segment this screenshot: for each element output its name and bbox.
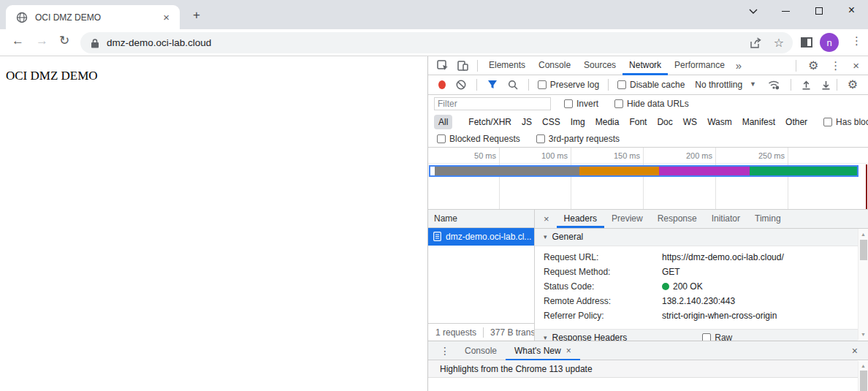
side-panel-icon[interactable] bbox=[801, 37, 812, 48]
scroll-up-icon[interactable]: ▲ bbox=[859, 363, 868, 368]
browser-tab[interactable]: OCI DMZ DEMO × bbox=[6, 5, 180, 29]
timeline-gridline bbox=[643, 148, 644, 209]
tab-network[interactable]: Network bbox=[623, 56, 668, 75]
type-filter-font[interactable]: Font bbox=[625, 115, 651, 129]
forward-icon[interactable]: → bbox=[36, 34, 48, 47]
type-filter-other[interactable]: Other bbox=[781, 115, 812, 129]
third-party-requests-checkbox[interactable]: 3rd-party requests bbox=[533, 134, 623, 144]
tab-elements[interactable]: Elements bbox=[482, 56, 532, 75]
drawer-scrollbar[interactable]: ▲ bbox=[858, 361, 868, 391]
back-icon[interactable]: ← bbox=[12, 34, 24, 47]
drawer-tab-close-icon[interactable]: × bbox=[566, 346, 571, 355]
scroll-down-icon[interactable]: ▼ bbox=[859, 332, 868, 337]
type-filter-all[interactable]: All bbox=[434, 115, 452, 129]
details-scrollbar[interactable]: ▲ ▼ bbox=[858, 229, 868, 341]
avatar[interactable]: n bbox=[820, 33, 839, 52]
network-filter-row: Invert Hide data URLs bbox=[428, 95, 868, 113]
device-toolbar-icon[interactable] bbox=[453, 61, 473, 71]
export-har-icon[interactable] bbox=[817, 80, 835, 90]
browser-menu-icon[interactable]: ⋮ bbox=[851, 35, 862, 46]
tab-close-icon[interactable]: × bbox=[160, 12, 172, 23]
devtools-menu-icon[interactable]: ⋮ bbox=[826, 60, 845, 71]
timeline-gridline bbox=[715, 148, 716, 209]
resource-type-filters: All Fetch/XHR JS CSS Img Media Font Doc … bbox=[428, 113, 868, 132]
import-har-icon[interactable] bbox=[797, 80, 815, 90]
share-icon[interactable] bbox=[750, 37, 762, 49]
drawer-tab-console[interactable]: Console bbox=[456, 341, 506, 360]
filter-input[interactable] bbox=[434, 97, 551, 110]
disable-cache-checkbox[interactable]: Disable cache bbox=[614, 80, 688, 90]
search-icon[interactable] bbox=[503, 80, 522, 90]
record-icon[interactable] bbox=[438, 80, 446, 89]
bookmark-star-icon[interactable]: ☆ bbox=[774, 37, 784, 49]
raw-checkbox[interactable]: Raw bbox=[702, 333, 732, 341]
window-close-button[interactable]: × bbox=[835, 4, 868, 16]
lock-icon bbox=[91, 38, 99, 48]
tab-performance[interactable]: Performance bbox=[668, 56, 731, 75]
filter-funnel-icon[interactable] bbox=[483, 80, 502, 89]
network-toolbar: Preserve log Disable cache No throttling… bbox=[428, 75, 868, 95]
headers-panel: ▾ General Request URL: https://dmz-demo.… bbox=[535, 229, 858, 341]
url-text[interactable]: dmz-demo.oci-lab.cloud bbox=[107, 37, 750, 48]
network-overview[interactable]: 50 ms 100 ms 150 ms 200 ms 250 ms bbox=[428, 148, 868, 210]
request-row[interactable]: dmz-demo.oci-lab.cl... bbox=[428, 228, 534, 246]
type-filter-media[interactable]: Media bbox=[591, 115, 624, 129]
network-conditions-icon[interactable] bbox=[764, 80, 785, 90]
request-name: dmz-demo.oci-lab.cl... bbox=[446, 232, 531, 242]
header-row-status-code: Status Code: 200 OK bbox=[535, 279, 858, 294]
name-column-header[interactable]: Name bbox=[428, 210, 534, 228]
hide-data-urls-checkbox[interactable]: Hide data URLs bbox=[612, 99, 692, 109]
tab-console[interactable]: Console bbox=[532, 56, 577, 75]
drawer-close-icon[interactable]: × bbox=[848, 346, 862, 356]
type-filter-wasm[interactable]: Wasm bbox=[703, 115, 736, 129]
request-details-pane: × Headers Preview Response Initiator Tim… bbox=[535, 210, 868, 341]
details-close-icon[interactable]: × bbox=[535, 214, 557, 224]
type-filter-js[interactable]: JS bbox=[517, 115, 536, 129]
clear-icon[interactable] bbox=[452, 80, 471, 90]
header-row-request-method: Request Method: GET bbox=[535, 265, 858, 279]
type-filter-doc[interactable]: Doc bbox=[652, 115, 677, 129]
throttling-dropdown-icon[interactable]: ▼ bbox=[747, 81, 762, 88]
window-maximize-button[interactable] bbox=[802, 5, 835, 16]
reload-icon[interactable]: ↻ bbox=[59, 34, 69, 47]
general-section-header[interactable]: ▾ General bbox=[535, 229, 858, 246]
preserve-log-checkbox[interactable]: Preserve log bbox=[535, 80, 602, 90]
triangle-down-icon: ▾ bbox=[544, 335, 547, 341]
header-row-referrer-policy: Referrer Policy: strict-origin-when-cros… bbox=[535, 308, 858, 323]
network-settings-icon[interactable]: ⚙ bbox=[843, 79, 862, 91]
tick-label: 150 ms bbox=[589, 151, 640, 160]
new-tab-button[interactable]: + bbox=[189, 7, 205, 23]
more-tabs-icon[interactable]: » bbox=[731, 60, 746, 71]
address-bar[interactable]: dmz-demo.oci-lab.cloud ☆ bbox=[80, 32, 793, 53]
type-filter-fetch-xhr[interactable]: Fetch/XHR bbox=[464, 115, 516, 129]
invert-checkbox[interactable]: Invert bbox=[561, 99, 601, 109]
blocked-filters-row: Blocked Requests 3rd-party requests bbox=[428, 132, 868, 148]
tab-initiator[interactable]: Initiator bbox=[704, 210, 747, 229]
type-filter-manifest[interactable]: Manifest bbox=[738, 115, 780, 129]
type-filter-img[interactable]: Img bbox=[566, 115, 590, 129]
window-minimize-button[interactable] bbox=[769, 5, 802, 16]
tab-timing[interactable]: Timing bbox=[747, 210, 788, 229]
tab-sources[interactable]: Sources bbox=[577, 56, 623, 75]
tab-preview[interactable]: Preview bbox=[604, 210, 650, 229]
devtools-close-icon[interactable]: × bbox=[848, 60, 864, 71]
blocked-requests-checkbox[interactable]: Blocked Requests bbox=[434, 134, 523, 144]
window-chevron-icon[interactable] bbox=[736, 5, 769, 16]
scroll-up-icon[interactable]: ▲ bbox=[859, 232, 868, 237]
tab-headers[interactable]: Headers bbox=[557, 210, 604, 229]
drawer-menu-icon[interactable]: ⋮ bbox=[434, 346, 456, 356]
tick-label: 200 ms bbox=[661, 151, 712, 160]
globe-icon bbox=[16, 12, 28, 23]
overview-waterfall-bar[interactable] bbox=[429, 165, 859, 177]
response-headers-section-header[interactable]: ▾ Response Headers Raw bbox=[535, 329, 858, 341]
drawer-tab-whats-new[interactable]: What's New × bbox=[506, 341, 580, 360]
type-filter-css[interactable]: CSS bbox=[538, 115, 565, 129]
devtools-settings-icon[interactable]: ⚙ bbox=[804, 60, 823, 72]
has-blocked-cookies-checkbox[interactable]: Has blocked cookies bbox=[821, 117, 868, 127]
inspect-element-icon[interactable] bbox=[433, 60, 453, 71]
drawer-tabbar: ⋮ Console What's New × × bbox=[428, 341, 868, 360]
type-filter-ws[interactable]: WS bbox=[679, 115, 701, 129]
load-event-marker bbox=[866, 164, 867, 209]
tab-response[interactable]: Response bbox=[650, 210, 704, 229]
throttling-select[interactable]: No throttling bbox=[689, 80, 745, 90]
